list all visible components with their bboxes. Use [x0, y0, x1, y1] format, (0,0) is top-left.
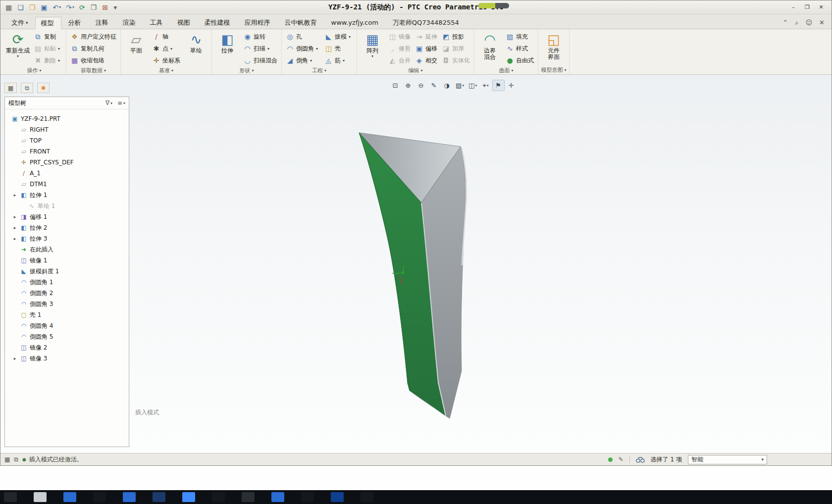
tab-tools[interactable]: 工具 — [144, 16, 170, 29]
merge-button[interactable]: ◭ 合并 — [387, 54, 412, 66]
zoom-in-button[interactable]: ⊕ — [402, 80, 415, 91]
new-file-icon[interactable]: ❏ — [15, 2, 26, 13]
expand-arrow-icon[interactable]: ▸ — [12, 225, 17, 230]
close-window-icon[interactable]: ⊠ — [100, 2, 110, 13]
tab-model[interactable]: 模型 — [35, 17, 61, 29]
plane-button[interactable]: ▱ 平面 — [123, 31, 149, 54]
tree-toggle-button[interactable]: ▦ — [4, 456, 10, 463]
tree-filter-button[interactable]: ∇ ▾ — [105, 100, 112, 106]
tree-item[interactable]: ▸ ◧ 拉伸 2 — [5, 222, 129, 233]
shade-button[interactable]: ◑ — [441, 80, 453, 91]
tree-item[interactable]: ◠ 倒圆角 1 — [5, 277, 129, 288]
freestyle-button[interactable]: ● 自由式 — [504, 54, 535, 66]
copy-button[interactable]: ⧉ 复制 — [32, 31, 63, 43]
point-button[interactable]: ✱ 点 ▾ — [151, 43, 182, 54]
solidify-button[interactable]: ◘ 实体化 — [440, 54, 471, 66]
tree-item[interactable]: ▱ FRONT — [5, 146, 129, 157]
tab-annotate[interactable]: 注释 — [90, 16, 116, 29]
axis-button[interactable]: ∕ 轴 — [151, 31, 182, 43]
swept-blend-button[interactable]: ◡ 扫描混合 — [242, 54, 279, 66]
group-label-get-data[interactable]: 获取数据 ▾ — [69, 66, 118, 74]
tree-item[interactable]: ▸ ◧ 拉伸 3 — [5, 233, 129, 244]
tab-file[interactable]: 文件 ▾ — [5, 16, 34, 29]
tab-view[interactable]: 视图 — [171, 16, 198, 29]
style-button[interactable]: ∿ 样式 — [504, 43, 535, 54]
taskbar-app-button[interactable] — [242, 492, 255, 502]
taskbar-app-button[interactable] — [361, 492, 373, 502]
saved-orientations-button[interactable]: ◫ ▾ — [467, 80, 479, 91]
project-button[interactable]: ◩ 投影 — [440, 31, 471, 43]
close-ribbon-icon[interactable]: ✕ — [819, 19, 825, 26]
open-folder-icon[interactable]: ❒ — [27, 2, 38, 13]
tab-applications[interactable]: 应用程序 — [239, 16, 278, 29]
taskbar-app-button[interactable] — [93, 492, 106, 502]
tab-flexible-modeling[interactable]: 柔性建模 — [199, 16, 238, 29]
tree-item[interactable]: ▸ ◧ 拉伸 1 — [5, 190, 129, 201]
group-label-intent[interactable]: 模型意图 ▾ — [541, 66, 567, 74]
graphics-area[interactable]: ▦ ⧉ ✱ 模型树 ∇ ▾ ≡ — [0, 75, 832, 453]
component-interface-button[interactable]: ◱ 元件 界面 — [541, 31, 567, 60]
repaint-button[interactable]: ✎ — [428, 80, 440, 91]
group-label-operations[interactable]: 操作 ▾ — [5, 66, 63, 74]
tree-item[interactable]: ▢ 壳 1 — [5, 309, 129, 320]
collapse-ribbon-icon[interactable]: ⌃ — [782, 19, 788, 26]
delete-button[interactable]: ✖ 删除 ▾ — [32, 54, 63, 66]
tree-item[interactable]: ◫ 镜像 1 — [5, 255, 129, 266]
fill-button[interactable]: ▨ 填充 — [504, 31, 535, 43]
group-label-surfaces[interactable]: 曲面 ▾ — [477, 66, 535, 74]
selection-filter-combo[interactable]: 智能 ▾ — [688, 455, 767, 464]
show-panel-button[interactable]: ▦ — [4, 83, 17, 93]
tab-teacher-qq[interactable]: 万老师QQ734482554 — [387, 16, 467, 29]
tab-analysis[interactable]: 分析 — [62, 16, 89, 29]
shell-button[interactable]: ◫ 壳 — [323, 43, 354, 54]
redo-icon[interactable]: ↷ ▾ — [64, 2, 76, 13]
tree-item[interactable]: ▱ RIGHT — [5, 124, 129, 135]
zoom-out-button[interactable]: ⊖ — [415, 80, 427, 91]
taskbar-app-button[interactable] — [331, 492, 344, 502]
tree-item[interactable]: ✛ PRT_CSYS_DEF — [5, 157, 129, 168]
expand-arrow-icon[interactable]: ▸ — [12, 236, 17, 241]
annotation-display-button[interactable]: ⚑ — [492, 80, 505, 91]
save-icon[interactable]: ▣ — [39, 2, 50, 13]
thicken-button[interactable]: ◪ 加厚 — [440, 43, 471, 54]
display-style-button[interactable]: ▧ ▾ — [454, 80, 466, 91]
tree-item[interactable]: ➜ 在此插入 — [5, 244, 129, 255]
offset-button[interactable]: ▣ 偏移 — [414, 43, 439, 54]
draft-button[interactable]: ◣ 拔模 ▾ — [323, 31, 354, 43]
close-button[interactable]: ✕ — [816, 3, 827, 12]
trim-button[interactable]: ◞ 修剪 — [387, 43, 412, 54]
taskbar-app-button[interactable] — [271, 492, 284, 502]
tree-item[interactable]: ◠ 倒圆角 3 — [5, 299, 129, 309]
command-search-icon[interactable]: ⌕ — [795, 19, 798, 26]
regenerate-quick-icon[interactable]: ⟳ — [77, 2, 88, 13]
taskbar-app-button[interactable] — [301, 492, 314, 502]
tab-yunzhongfan-edu[interactable]: 云中帆教育 — [279, 16, 324, 29]
minimize-button[interactable]: – — [788, 3, 799, 12]
tree-item[interactable]: ◫ 镜像 2 — [5, 342, 129, 353]
taskbar-app-button[interactable] — [4, 492, 17, 502]
taskbar-app-button[interactable] — [153, 492, 165, 502]
chamfer-button[interactable]: ◢ 倒角 ▾ — [284, 54, 321, 66]
undo-icon[interactable]: ↶ ▾ — [51, 2, 63, 13]
taskbar-app-button[interactable] — [123, 492, 136, 502]
extend-button[interactable]: ⇥ 延伸 — [414, 31, 439, 43]
csys-button[interactable]: ✛ 坐标系 — [151, 54, 182, 66]
tree-item[interactable]: ◠ 倒圆角 5 — [5, 331, 129, 342]
expand-arrow-icon[interactable]: ▸ — [12, 214, 17, 219]
boundary-blend-button[interactable]: ◠ 边界 混合 — [477, 31, 503, 60]
tree-settings-button[interactable]: ≡ ▾ — [117, 100, 125, 106]
tree-item[interactable]: ∿ 草绘 1 — [5, 201, 129, 211]
group-label-engineering[interactable]: 工程 ▾ — [284, 66, 354, 74]
taskbar-app-button[interactable] — [212, 492, 225, 502]
group-label-edit[interactable]: 编辑 ▾ — [360, 66, 471, 74]
layers-button[interactable]: ⧉ — [21, 83, 33, 93]
group-label-datum[interactable]: 基准 ▾ — [123, 66, 209, 74]
paste-button[interactable]: ▤ 粘贴 ▾ — [32, 43, 63, 54]
taskbar-app-button[interactable] — [34, 492, 47, 502]
pattern-button[interactable]: ▦ 阵列 ▾ — [360, 31, 385, 59]
resource-center-icon[interactable]: ☺ — [806, 19, 813, 26]
rib-button[interactable]: ◬ 筋 ▾ — [323, 54, 354, 66]
group-label-shapes[interactable]: 形状 ▾ — [214, 66, 279, 74]
extrude-button[interactable]: ◧ 拉伸 — [214, 31, 240, 54]
datum-display-button[interactable]: ⌖ ▾ — [479, 80, 492, 91]
